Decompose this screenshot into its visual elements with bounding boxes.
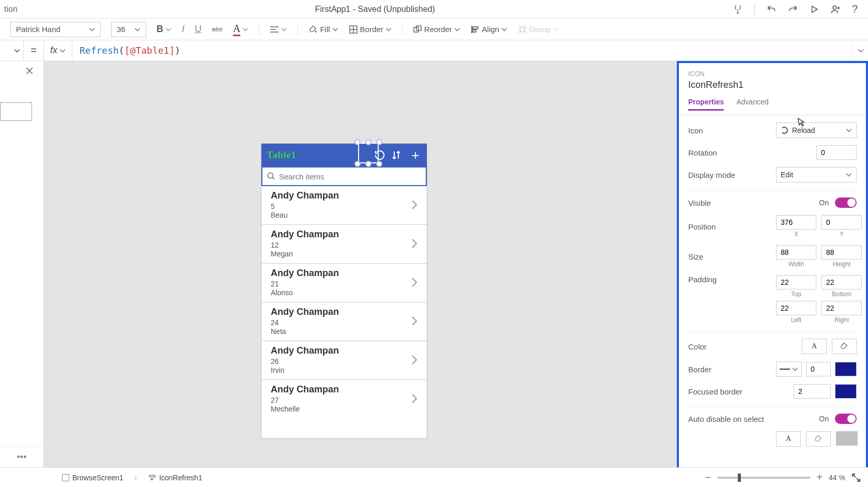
undo-icon[interactable] xyxy=(766,4,777,14)
disabled-color-swatch[interactable] xyxy=(836,431,858,446)
formula-input[interactable]: Refresh([@Table1]) xyxy=(72,45,853,56)
equals-sign: = xyxy=(23,40,44,60)
main-area: ✕ ••• Table1 + Andy C xyxy=(0,61,868,467)
size-width-input[interactable] xyxy=(776,245,816,260)
reorder-label: Reorder xyxy=(424,25,452,34)
fill-button[interactable]: Fill xyxy=(308,25,338,34)
chevron-right-icon xyxy=(411,393,417,404)
list-item[interactable]: Andy Champan 27 Mechelle xyxy=(261,379,427,418)
app-checker-icon[interactable] xyxy=(733,4,743,14)
svg-rect-15 xyxy=(519,26,526,33)
displaymode-select[interactable]: Edit xyxy=(776,167,857,182)
list-item[interactable]: Andy Champan 24 Neta xyxy=(261,302,427,341)
search-input[interactable] xyxy=(279,172,422,181)
tab-advanced[interactable]: Advanced xyxy=(736,98,768,115)
height-label: Height xyxy=(833,261,851,268)
list-item[interactable]: Andy Champan 5 Beau xyxy=(261,186,427,224)
screen-thumbnail[interactable] xyxy=(0,102,32,121)
play-icon[interactable] xyxy=(810,5,819,14)
color-prop-label: Color xyxy=(688,342,771,351)
border-width-input[interactable] xyxy=(806,362,831,376)
zoom-in-button[interactable]: + xyxy=(816,471,823,483)
displaymode-prop-label: Display mode xyxy=(688,171,771,179)
fx-button[interactable]: fx xyxy=(44,40,72,60)
redo-icon[interactable] xyxy=(788,4,798,14)
ribbon-separator xyxy=(298,23,298,36)
breadcrumb-screen[interactable]: BrowseScreen1 xyxy=(56,470,129,485)
strikethrough-button[interactable]: abc xyxy=(212,25,223,33)
focused-border-color-swatch[interactable] xyxy=(835,384,857,399)
fit-screen-button[interactable] xyxy=(851,473,861,482)
rotation-input[interactable] xyxy=(816,145,857,160)
property-selector[interactable] xyxy=(0,48,23,54)
control-name[interactable]: IconRefresh1 xyxy=(688,80,857,90)
disabled-font-sample[interactable]: A xyxy=(776,431,801,447)
padding-right-input[interactable] xyxy=(822,301,862,315)
disabled-fill-sample[interactable] xyxy=(806,431,831,447)
item-title: Andy Champan xyxy=(271,384,411,395)
size-prop-label: Size xyxy=(688,252,771,261)
left-rail: ✕ ••• xyxy=(0,61,44,467)
text-align-button[interactable] xyxy=(270,26,287,33)
item-subtitle: 24 xyxy=(271,318,411,327)
border-label: Border xyxy=(360,25,383,34)
ribbon: Patrick Hand 36 B I U abc A Fill Border … xyxy=(0,19,868,40)
zoom-out-button[interactable]: − xyxy=(705,471,711,483)
list-item[interactable]: Andy Champan 21 Alonso xyxy=(261,263,427,302)
tab-properties[interactable]: Properties xyxy=(688,98,724,115)
padding-bottom-input[interactable] xyxy=(822,275,862,290)
font-color-sample[interactable]: A xyxy=(802,339,827,354)
padding-left-input[interactable] xyxy=(776,301,816,315)
browse-header: Table1 + xyxy=(261,144,427,166)
item-body: Mechelle xyxy=(271,405,411,413)
share-icon[interactable] xyxy=(830,4,841,14)
x-label: X xyxy=(794,231,798,238)
border-style-select[interactable] xyxy=(776,361,802,377)
group-label: Group xyxy=(529,25,551,34)
auto-disable-toggle[interactable] xyxy=(835,414,857,424)
formula-expand-button[interactable] xyxy=(853,40,868,60)
icon-prop-value: Reload xyxy=(792,126,815,134)
close-panel-icon[interactable]: ✕ xyxy=(25,65,34,78)
position-y-input[interactable] xyxy=(822,215,862,230)
visible-toggle[interactable] xyxy=(835,197,857,208)
breadcrumb-control[interactable]: IconRefresh1 xyxy=(142,470,208,485)
bold-button[interactable]: B xyxy=(157,24,172,35)
icon-prop-label: Icon xyxy=(688,126,771,135)
list-item[interactable]: Andy Champan 26 Irvin xyxy=(261,341,427,379)
focused-border-width-input[interactable] xyxy=(794,384,831,399)
zoom-slider[interactable] xyxy=(717,477,810,479)
border-button[interactable]: Border xyxy=(349,25,392,34)
font-size-value: 36 xyxy=(117,25,126,34)
gallery: Andy Champan 5 Beau Andy Champan 12 Mega… xyxy=(261,186,427,418)
svg-rect-13 xyxy=(473,27,478,29)
item-subtitle: 21 xyxy=(271,280,411,288)
reorder-button[interactable]: Reorder xyxy=(413,25,460,34)
position-x-input[interactable] xyxy=(776,215,816,230)
font-color-button[interactable]: A xyxy=(233,23,249,36)
padding-top-input[interactable] xyxy=(776,275,816,290)
font-selector[interactable]: Patrick Hand xyxy=(10,22,101,37)
icon-prop-select[interactable]: Reload xyxy=(776,123,857,138)
size-height-input[interactable] xyxy=(822,245,862,260)
underline-button[interactable]: U xyxy=(195,24,202,35)
item-subtitle: 27 xyxy=(271,396,411,404)
displaymode-value: Edit xyxy=(781,171,793,179)
item-body: Alonso xyxy=(271,288,411,297)
font-size-selector[interactable]: 36 xyxy=(111,22,146,37)
add-icon[interactable]: + xyxy=(409,147,422,163)
fill-label: Fill xyxy=(320,25,330,34)
italic-button[interactable]: I xyxy=(182,24,184,35)
group-button[interactable]: Group xyxy=(518,25,559,34)
canvas[interactable]: Table1 + Andy Champan 5 Beau And xyxy=(44,61,677,467)
sort-icon[interactable] xyxy=(392,150,404,160)
align-button[interactable]: Align xyxy=(471,25,507,34)
zoom-unit: % xyxy=(839,474,845,482)
fill-color-sample[interactable] xyxy=(832,339,857,354)
help-icon[interactable]: ? xyxy=(852,3,858,15)
list-item[interactable]: Andy Champan 12 Megan xyxy=(261,224,427,263)
left-rail-more-button[interactable]: ••• xyxy=(0,447,43,467)
border-color-swatch[interactable] xyxy=(835,362,857,376)
item-body: Irvin xyxy=(271,366,411,374)
search-box[interactable] xyxy=(261,166,427,186)
